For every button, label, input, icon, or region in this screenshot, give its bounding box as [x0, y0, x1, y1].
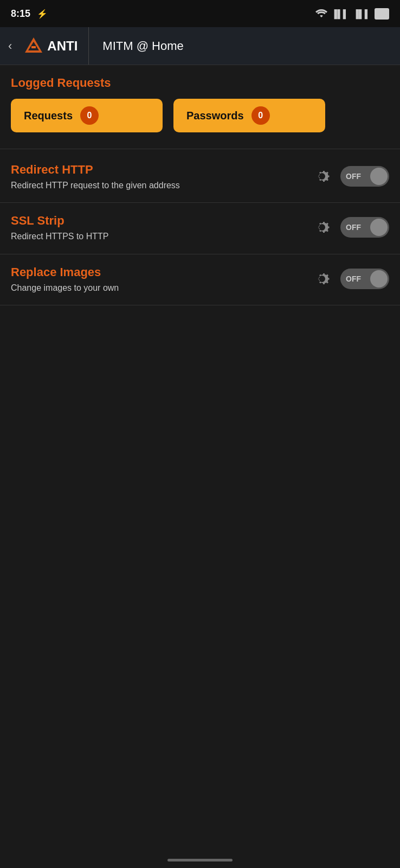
status-left: 8:15 ⚡: [11, 8, 48, 20]
redirect-http-desc: Redirect HTTP request to the given addre…: [11, 180, 311, 192]
passwords-button-label: Passwords: [186, 110, 244, 122]
passwords-count-badge: 0: [251, 106, 270, 125]
redirect-http-title: Redirect HTTP: [11, 163, 311, 177]
redirect-http-row: Redirect HTTP Redirect HTTP request to t…: [0, 152, 400, 203]
logged-requests-title: Logged Requests: [11, 76, 389, 90]
back-button[interactable]: ‹: [0, 39, 20, 53]
ssl-strip-desc: Redirect HTTPS to HTTP: [11, 231, 311, 242]
requests-button-label: Requests: [24, 110, 73, 122]
app-bar: ‹ ANTI MITM @ Home: [0, 27, 400, 65]
logo-icon: [23, 35, 44, 57]
redirect-http-gear-icon[interactable]: [311, 165, 333, 187]
replace-images-gear-icon[interactable]: [311, 268, 333, 290]
replace-images-desc: Change images to your own: [11, 282, 311, 294]
replace-images-row: Replace Images Change images to your own…: [0, 254, 400, 305]
ssl-strip-controls: OFF: [311, 216, 389, 238]
home-indicator: [167, 859, 233, 861]
logged-requests-section: Logged Requests Requests 0 Passwords 0: [0, 65, 400, 146]
replace-images-title: Replace Images: [11, 265, 311, 279]
redirect-http-toggle[interactable]: OFF: [340, 166, 389, 187]
status-bar: 8:15 ⚡ ▐▌▌ ▐▌▌ 78: [0, 0, 400, 27]
passwords-button[interactable]: Passwords 0: [173, 99, 325, 132]
replace-images-toggle-knob: [370, 270, 388, 288]
replace-images-toggle[interactable]: OFF: [340, 269, 389, 289]
status-time: 8:15: [11, 8, 30, 20]
app-bar-title: MITM @ Home: [89, 39, 183, 53]
main-content: Logged Requests Requests 0 Passwords 0 R…: [0, 65, 400, 305]
redirect-http-controls: OFF: [311, 165, 389, 187]
replace-images-controls: OFF: [311, 268, 389, 290]
app-logo: ANTI: [20, 27, 89, 65]
redirect-http-toggle-label: OFF: [346, 172, 361, 181]
signal-icon: ▐▌▌: [332, 9, 349, 18]
divider-1: [0, 149, 400, 149]
replace-images-toggle-label: OFF: [346, 275, 361, 283]
redirect-http-info: Redirect HTTP Redirect HTTP request to t…: [11, 163, 311, 192]
logged-buttons: Requests 0 Passwords 0: [11, 99, 389, 132]
ssl-strip-toggle-knob: [370, 219, 388, 236]
status-right: ▐▌▌ ▐▌▌ 78: [315, 8, 389, 20]
status-indicator-icon: ⚡: [37, 9, 48, 19]
requests-count-badge: 0: [80, 106, 99, 125]
ssl-strip-title: SSL Strip: [11, 214, 311, 228]
ssl-strip-gear-icon[interactable]: [311, 216, 333, 238]
wifi-icon: [315, 9, 327, 18]
signal-icon-2: ▐▌▌: [353, 9, 370, 18]
battery-icon: 78: [375, 8, 389, 20]
redirect-http-toggle-knob: [370, 168, 388, 185]
logo-text: ANTI: [47, 39, 78, 54]
requests-button[interactable]: Requests 0: [11, 99, 163, 132]
ssl-strip-toggle-label: OFF: [346, 223, 361, 232]
ssl-strip-toggle[interactable]: OFF: [340, 217, 389, 238]
svg-rect-2: [31, 46, 36, 48]
ssl-strip-info: SSL Strip Redirect HTTPS to HTTP: [11, 214, 311, 242]
ssl-strip-row: SSL Strip Redirect HTTPS to HTTP OFF: [0, 203, 400, 254]
replace-images-info: Replace Images Change images to your own: [11, 265, 311, 294]
